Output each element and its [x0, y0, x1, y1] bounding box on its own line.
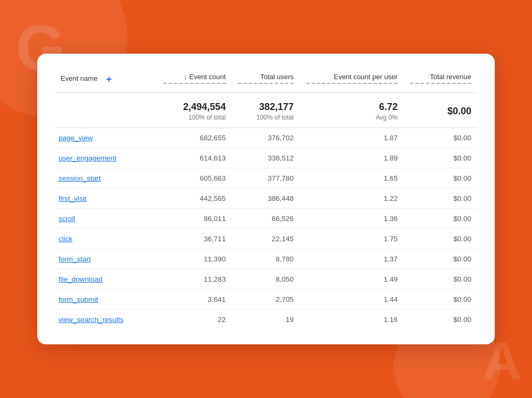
event-name-cell: user_engagement — [54, 148, 157, 168]
event-count-per-user-cell: 1.65 — [300, 168, 404, 189]
event-count-per-user-cell: 1.89 — [300, 148, 404, 168]
event-count-cell: 22 — [157, 310, 232, 330]
event-name-link[interactable]: click — [59, 235, 72, 243]
sort-arrow-icon: ↓ — [184, 73, 187, 81]
total-revenue-label: Total revenue — [430, 73, 471, 81]
event-count-cell: 605,663 — [157, 168, 232, 189]
event-name-link[interactable]: page_view — [59, 134, 93, 142]
summary-total-users-value: 382,177 — [238, 101, 294, 113]
event-name-cell: page_view — [54, 128, 157, 148]
table-row: user_engagement 614,613 338,512 1.89 $0.… — [54, 148, 478, 168]
event-count-per-user-cell: 1.87 — [300, 128, 404, 148]
total-revenue-cell: $0.00 — [404, 168, 478, 189]
summary-total-users-sub: 100% of total — [238, 114, 294, 121]
summary-event-count-value: 2,494,554 — [163, 101, 226, 113]
total-revenue-cell: $0.00 — [404, 310, 478, 330]
table-row: view_search_results 22 19 1.16 $0.00 — [54, 310, 478, 330]
event-name-cell: view_search_results — [54, 310, 157, 330]
event-count-per-user-cell: 1.44 — [300, 290, 404, 310]
summary-row: 2,494,554 100% of total 382,177 100% of … — [54, 93, 478, 128]
summary-event-count-sub: 100% of total — [163, 114, 226, 121]
total-users-cell: 8,780 — [232, 249, 300, 269]
col-header-event-count: ↓ Event count — [157, 69, 232, 93]
event-count-cell: 36,711 — [157, 229, 232, 249]
main-card: Event name + ↓ Event count To — [37, 54, 495, 344]
total-revenue-cell: $0.00 — [404, 229, 478, 249]
total-users-cell: 386,448 — [232, 189, 300, 209]
event-count-cell: 442,565 — [157, 189, 232, 209]
total-users-cell: 66,526 — [232, 209, 300, 229]
event-count-cell: 3,641 — [157, 290, 232, 310]
summary-revenue-value: $0.00 — [410, 106, 471, 117]
add-column-button[interactable]: + — [106, 74, 112, 84]
summary-total-revenue: $0.00 — [404, 93, 478, 128]
event-count-per-user-cell: 1.22 — [300, 189, 404, 209]
total-users-cell: 22,145 — [232, 229, 300, 249]
summary-total-users: 382,177 100% of total — [232, 93, 300, 128]
event-name-cell: first_visit — [54, 189, 157, 209]
total-users-cell: 376,702 — [232, 128, 300, 148]
total-users-label: Total users — [260, 73, 294, 81]
table-row: first_visit 442,565 386,448 1.22 $0.00 — [54, 189, 478, 209]
total-revenue-cell: $0.00 — [404, 290, 478, 310]
table-row: click 36,711 22,145 1.75 $0.00 — [54, 229, 478, 249]
event-count-per-user-cell: 1.37 — [300, 249, 404, 269]
col-header-event-name: Event name + — [54, 69, 157, 93]
total-revenue-cell: $0.00 — [404, 128, 478, 148]
table-row: session_start 605,663 377,780 1.65 $0.00 — [54, 168, 478, 189]
events-table: Event name + ↓ Event count To — [54, 69, 478, 329]
event-count-per-user-cell: 1.16 — [300, 310, 404, 330]
table-row: form_start 11,390 8,780 1.37 $0.00 — [54, 249, 478, 269]
event-count-per-user-label: Event count per user — [334, 73, 397, 81]
event-count-cell: 11,283 — [157, 269, 232, 290]
total-users-cell: 2,705 — [232, 290, 300, 310]
event-count-per-user-cell: 1.36 — [300, 209, 404, 229]
summary-ecpu-value: 6.72 — [306, 101, 397, 113]
event-name-link[interactable]: file_download — [59, 275, 103, 283]
event-name-cell: form_submit — [54, 290, 157, 310]
table-row: form_submit 3,641 2,705 1.44 $0.00 — [54, 290, 478, 310]
event-name-cell: scroll — [54, 209, 157, 229]
total-revenue-cell: $0.00 — [404, 209, 478, 229]
event-count-per-user-cell: 1.49 — [300, 269, 404, 290]
event-name-link[interactable]: session_start — [59, 174, 101, 182]
col-header-event-count-per-user: Event count per user — [300, 69, 404, 93]
total-users-cell: 8,050 — [232, 269, 300, 290]
event-name-cell: file_download — [54, 269, 157, 290]
table-row: scroll 86,011 66,526 1.36 $0.00 — [54, 209, 478, 229]
event-count-cell: 11,390 — [157, 249, 232, 269]
event-name-link[interactable]: form_start — [59, 255, 91, 263]
col-header-total-revenue: Total revenue — [404, 69, 478, 93]
event-name-link[interactable]: first_visit — [59, 194, 87, 202]
col-header-total-users: Total users — [232, 69, 300, 93]
event-count-cell: 682,655 — [157, 128, 232, 148]
total-users-cell: 377,780 — [232, 168, 300, 189]
summary-event-count: 2,494,554 100% of total — [157, 93, 232, 128]
event-name-link[interactable]: form_submit — [59, 295, 98, 303]
table-row: page_view 682,655 376,702 1.87 $0.00 — [54, 128, 478, 148]
summary-event-count-per-user: 6.72 Avg 0% — [300, 93, 404, 128]
event-count-cell: 86,011 — [157, 209, 232, 229]
table-row: file_download 11,283 8,050 1.49 $0.00 — [54, 269, 478, 290]
total-revenue-cell: $0.00 — [404, 189, 478, 209]
summary-event-name — [54, 93, 157, 128]
event-name-link[interactable]: user_engagement — [59, 154, 117, 162]
event-name-link[interactable]: view_search_results — [59, 316, 123, 324]
total-revenue-cell: $0.00 — [404, 269, 478, 290]
event-name-cell: form_start — [54, 249, 157, 269]
event-count-cell: 614,613 — [157, 148, 232, 168]
total-revenue-cell: $0.00 — [404, 249, 478, 269]
event-name-link[interactable]: scroll — [59, 215, 76, 223]
event-name-cell: click — [54, 229, 157, 249]
total-revenue-cell: $0.00 — [404, 148, 478, 168]
event-name-label: Event name — [61, 74, 97, 82]
total-users-cell: 19 — [232, 310, 300, 330]
event-count-label: Event count — [189, 73, 226, 81]
event-count-per-user-cell: 1.75 — [300, 229, 404, 249]
event-name-cell: session_start — [54, 168, 157, 189]
summary-ecpu-sub: Avg 0% — [306, 114, 397, 121]
total-users-cell: 338,512 — [232, 148, 300, 168]
